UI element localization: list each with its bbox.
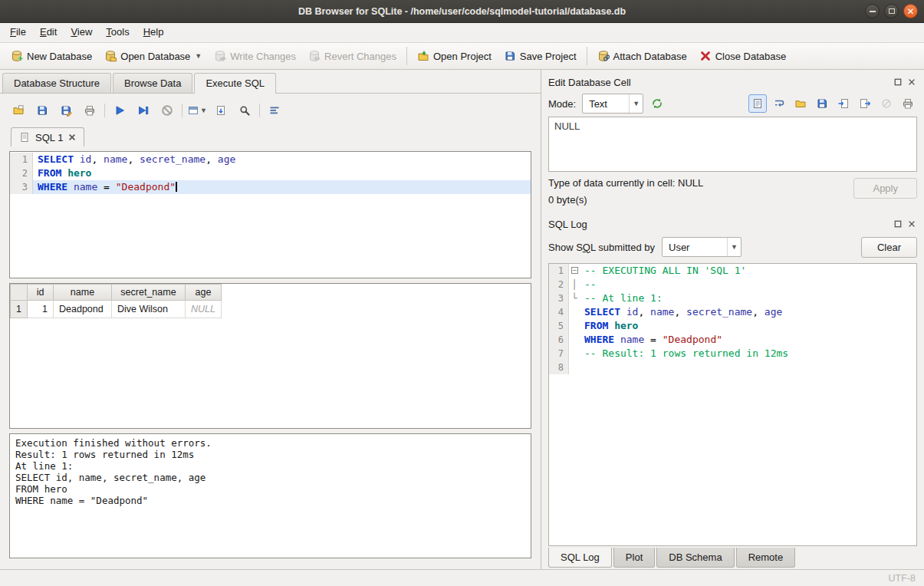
execution-messages: Execution finished without errors.Result…	[9, 433, 531, 558]
code-line: 1−-- EXECUTING ALL IN 'SQL 1'	[549, 264, 916, 278]
open-sql-file-button[interactable]	[9, 101, 28, 120]
results-corner-cell[interactable]	[11, 285, 28, 301]
bottom-dock-tabs: SQL LogPlotDB SchemaRemote	[548, 546, 917, 569]
message-line: FROM hero	[15, 483, 525, 495]
cell-info: Type of data currently in cell: NULL 0 b…	[548, 177, 917, 206]
tab-browse-data[interactable]: Browse Data	[113, 73, 192, 93]
float-dock-button[interactable]	[893, 77, 903, 87]
toolbar-separator	[182, 104, 182, 117]
word-wrap-button[interactable]	[770, 94, 788, 113]
toolbar-separator	[259, 104, 260, 117]
tab-plot[interactable]: Plot	[613, 548, 655, 568]
column-header-secret-name[interactable]: secret_name	[112, 285, 186, 301]
close-icon: ✕	[906, 7, 914, 16]
menu-tools[interactable]: Tools	[99, 23, 136, 42]
close-database-button[interactable]: Close Database	[693, 47, 793, 65]
save-project-icon	[504, 50, 516, 62]
app-window: DB Browser for SQLite - /home/user/code/…	[0, 0, 924, 586]
sql-tab[interactable]: SQL 1	[11, 127, 84, 146]
line-number: 7	[549, 347, 569, 360]
text-view-button[interactable]	[748, 94, 767, 113]
menu-file[interactable]: File	[3, 23, 33, 42]
menu-view[interactable]: View	[64, 23, 99, 42]
save-file-button[interactable]	[813, 94, 831, 113]
sql-log-area[interactable]: 1−-- EXECUTING ALL IN 'SQL 1'2│--3└-- At…	[548, 263, 917, 546]
fold-marker[interactable]: └	[569, 291, 580, 305]
fold-marker	[569, 305, 580, 319]
execute-current-line-icon	[137, 104, 150, 117]
encoding-indicator: UTF-8	[889, 573, 916, 584]
open-file-button[interactable]	[791, 94, 810, 113]
statusbar: UTF-8	[0, 569, 924, 586]
message-line: Result: 1 rows returned in 12ms	[15, 449, 525, 460]
open-sql-file-icon	[12, 104, 25, 117]
print-button[interactable]	[81, 101, 99, 120]
open-database-button[interactable]: Open Database▼	[98, 47, 208, 65]
menu-help[interactable]: Help	[136, 23, 171, 42]
cell-id[interactable]: 1	[28, 301, 54, 318]
tab-database-structure[interactable]: Database Structure	[2, 73, 111, 93]
open-file-icon	[794, 97, 807, 110]
close-dock-button[interactable]	[906, 77, 917, 87]
save-project-button[interactable]: Save Project	[498, 47, 583, 65]
save-sql-as-button[interactable]	[57, 101, 75, 120]
close-window-button[interactable]: ✕	[903, 4, 918, 18]
tab-sql-log[interactable]: SQL Log	[548, 548, 612, 568]
print-cell-button[interactable]	[899, 94, 917, 113]
minimize-button[interactable]	[865, 4, 880, 18]
cell-age[interactable]: NULL	[186, 301, 222, 318]
code-content: SELECT id, name, secret_name, age	[33, 153, 531, 166]
execute-current-line-button[interactable]	[134, 101, 153, 120]
fold-marker[interactable]: │	[569, 278, 580, 291]
message-line: SELECT id, name, secret_name, age	[15, 472, 525, 483]
column-header-id[interactable]: id	[28, 285, 54, 301]
tab-db-schema[interactable]: DB Schema	[656, 548, 734, 568]
execute-sql-panel: ▼ SQL 1 1SELECT id, name, secret_name, a…	[0, 94, 541, 569]
tab-remote[interactable]: Remote	[736, 548, 796, 568]
float-dock-button[interactable]	[893, 219, 903, 229]
cell-editor[interactable]: NULL	[548, 117, 917, 172]
mode-combo[interactable]: Text ▼	[582, 94, 643, 114]
cell-size-text: 0 byte(s)	[548, 194, 853, 206]
toolbar-button-label: Revert Changes	[324, 51, 396, 62]
export-results-button[interactable]	[212, 101, 230, 120]
line-number: 1	[549, 264, 569, 278]
tab-execute-sql[interactable]: Execute SQL	[194, 73, 276, 94]
close-dock-button[interactable]	[906, 219, 917, 229]
toolbar-separator	[587, 47, 587, 65]
import-data-button[interactable]	[834, 94, 853, 113]
sql-editor[interactable]: 1SELECT id, name, secret_name, age2FROM …	[9, 151, 531, 278]
write-changes-icon	[214, 50, 226, 62]
fold-marker	[569, 319, 580, 333]
find-replace-icon	[238, 104, 251, 117]
menu-edit[interactable]: Edit	[33, 23, 64, 42]
save-sql-file-button[interactable]	[33, 101, 51, 120]
submitted-by-combo[interactable]: User ▼	[662, 237, 742, 257]
clear-log-button[interactable]: Clear	[861, 237, 917, 258]
format-sql-button[interactable]	[265, 101, 284, 120]
save-sql-as-icon	[60, 104, 72, 117]
new-database-button[interactable]: New Database	[5, 47, 98, 65]
detach-results-button[interactable]: ▼	[188, 101, 206, 120]
execute-all-button[interactable]	[110, 101, 129, 120]
content-area: Database StructureBrowse DataExecute SQL…	[0, 70, 924, 569]
float-icon	[893, 219, 903, 229]
titlebar[interactable]: DB Browser for SQLite - /home/user/code/…	[0, 0, 924, 23]
attach-database-button[interactable]: Attach Database	[591, 47, 693, 65]
fold-marker[interactable]: −	[569, 264, 580, 278]
export-data-button[interactable]	[856, 94, 874, 113]
message-line: Execution finished without errors.	[15, 437, 525, 449]
row-number[interactable]: 1	[11, 301, 28, 318]
maximize-button[interactable]	[884, 4, 899, 18]
code-line: 8	[549, 360, 916, 374]
column-header-name[interactable]: name	[54, 285, 112, 301]
find-replace-button[interactable]	[235, 101, 254, 120]
column-header-age[interactable]: age	[186, 285, 222, 301]
cell-secret-name[interactable]: Dive Wilson	[112, 301, 186, 318]
show-sql-label: Show SQL submitted by	[548, 242, 655, 253]
open-project-button[interactable]: Open Project	[411, 47, 498, 65]
toolbar-separator	[104, 104, 105, 117]
cell-name[interactable]: Deadpond	[54, 301, 112, 318]
auto-mode-button[interactable]	[648, 94, 666, 113]
close-tab-icon[interactable]	[67, 133, 77, 142]
